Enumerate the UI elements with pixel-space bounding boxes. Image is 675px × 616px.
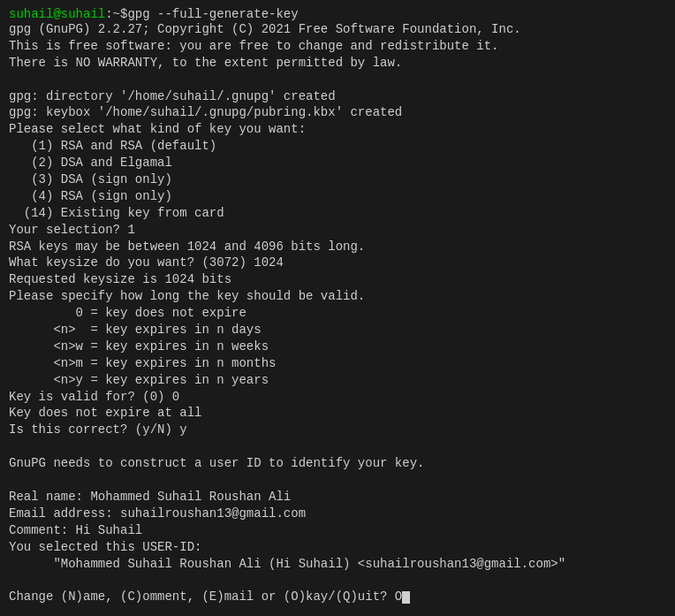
line-comment: Comment: Hi Suhail	[9, 522, 666, 539]
empty-line-2	[9, 438, 666, 455]
line-n-days: <n> = key expires in n days	[9, 322, 666, 338]
line-nw-weeks: <n>w = key expires in n weeks	[9, 338, 666, 355]
line-rsa-bits: RSA keys may be between 1024 and 4096 bi…	[9, 239, 666, 255]
line-you-selected: You selected this USER-ID:	[9, 539, 666, 556]
line-no-warranty: There is NO WARRANTY, to the extent perm…	[9, 55, 666, 72]
line-requested-keysize: Requested keysize is 1024 bits	[9, 271, 666, 288]
line-option-14: (14) Existing key from card	[9, 205, 666, 222]
line-nm-months: <n>m = key expires in n months	[9, 355, 666, 372]
line-is-correct: Is this correct? (y/N) y	[9, 422, 666, 438]
line-key-not-expire: Key does not expire at all	[9, 405, 666, 422]
line-your-selection: Your selection? 1	[9, 222, 666, 239]
empty-line-3	[9, 472, 666, 489]
line-select-key: Please select what kind of key you want:	[9, 121, 666, 138]
line-free-software: This is free software: you are free to c…	[9, 38, 666, 55]
prompt-command: gpg --full-generate-key	[127, 7, 298, 21]
line-email-address: Email address: suhailroushan13@gmail.com	[9, 506, 666, 522]
empty-line-1	[9, 72, 666, 88]
line-specify-valid: Please specify how long the key should b…	[9, 288, 666, 305]
line-zero-expire: 0 = key does not expire	[9, 305, 666, 322]
empty-line-4	[9, 572, 666, 589]
line-ny-years: <n>y = key expires in n years	[9, 372, 666, 389]
terminal-window: suhail@suhail:~$ gpg --full-generate-key…	[0, 0, 675, 616]
line-key-valid-for: Key is valid for? (0) 0	[9, 389, 666, 406]
line-real-name: Real name: Mohammed Suhail Roushan Ali	[9, 489, 666, 506]
line-dir-created: gpg: directory '/home/suhail/.gnupg' cre…	[9, 88, 666, 105]
line-user-id-value: "Mohammed Suhail Roushan Ali (Hi Suhail)…	[9, 556, 666, 573]
line-change-prompt: Change (N)ame, (C)omment, (E)mail or (O)…	[9, 589, 666, 605]
line-what-keysize: What keysize do you want? (3072) 1024	[9, 255, 666, 271]
line-option-2: (2) DSA and Elgamal	[9, 155, 666, 171]
prompt-user: suhail@suhail	[9, 7, 105, 21]
prompt-line: suhail@suhail:~$ gpg --full-generate-key	[9, 7, 666, 21]
line-gnupg-construct: GnuPG needs to construct a user ID to id…	[9, 455, 666, 472]
line-option-1: (1) RSA and RSA (default)	[9, 138, 666, 155]
prompt-symbol: :~$	[105, 7, 127, 21]
line-option-4: (4) RSA (sign only)	[9, 188, 666, 205]
terminal-cursor	[402, 591, 410, 604]
line-option-3: (3) DSA (sign only)	[9, 171, 666, 188]
line-keybox-created: gpg: keybox '/home/suhail/.gnupg/pubring…	[9, 104, 666, 121]
line-gpg-version: gpg (GnuPG) 2.2.27; Copyright (C) 2021 F…	[9, 21, 666, 38]
